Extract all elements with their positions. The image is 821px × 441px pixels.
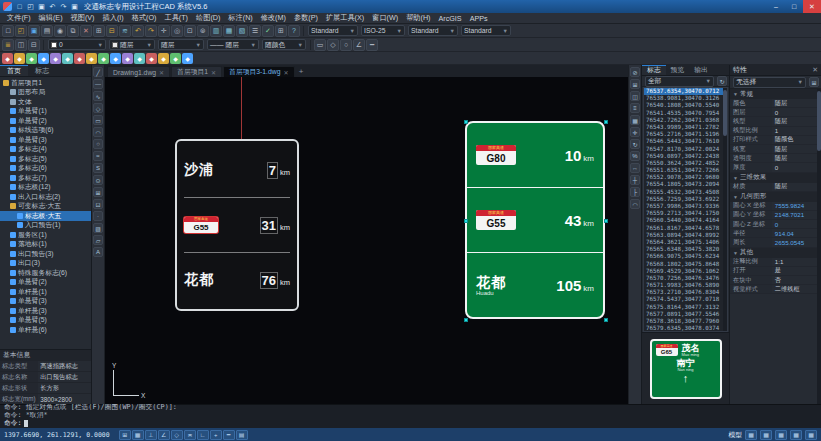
toolbar-layers-icon[interactable]: ≣ xyxy=(2,39,14,51)
draw-mtext-icon[interactable]: A xyxy=(93,247,103,257)
tree-item[interactable]: 单杆悬(3) xyxy=(0,306,91,316)
list-item[interactable]: 76551.6351,30472.7266 xyxy=(644,167,727,174)
status-toggle-grid[interactable]: ▦ xyxy=(132,430,144,440)
close-tab-icon[interactable]: ✕ xyxy=(283,69,288,76)
toolbar-calc-icon[interactable]: ⊞ xyxy=(275,25,287,37)
draw-arc-icon[interactable]: ◠ xyxy=(93,127,103,137)
menu-扩展工具(X)[interactable]: 扩展工具(X) xyxy=(322,13,368,23)
list-item[interactable]: 76570.7256,30476.3476 xyxy=(644,275,727,282)
draw-spline-icon[interactable]: S xyxy=(93,163,103,173)
property-row[interactable]: 线型比例1 xyxy=(730,127,821,136)
tree-item[interactable]: 多标志(6) xyxy=(0,164,91,174)
toolbar-zoom-prev-icon[interactable]: ⊜ xyxy=(197,25,209,37)
app-project-icon[interactable]: ◆ xyxy=(2,53,13,64)
toolbar-undo-icon[interactable]: ↶ xyxy=(132,25,144,37)
properties-scrollbar[interactable] xyxy=(817,89,821,404)
list-item[interactable]: 76541.4535,30470.7954 xyxy=(644,110,727,117)
status-toggle-ortho[interactable]: ⊥ xyxy=(145,430,157,440)
toolbar-palettes-icon[interactable]: ▧ xyxy=(236,25,248,37)
app-image-icon[interactable]: ◆ xyxy=(146,53,157,64)
menu-插入(I)[interactable]: 插入(I) xyxy=(99,13,128,23)
list-item[interactable]: 76579.6345,30478.0374 xyxy=(644,325,727,332)
doc-tab-首层项目3-1.dwg[interactable]: 首层项目3-1.dwg✕ xyxy=(223,66,294,77)
new-icon[interactable]: □ xyxy=(15,2,24,11)
list-item[interactable]: 76574.5437,30477.0718 xyxy=(644,296,727,303)
app-panel-icon[interactable]: ◆ xyxy=(62,53,73,64)
toolbar-redo-icon[interactable]: ↷ xyxy=(145,25,157,37)
property-row[interactable]: 线宽随层 xyxy=(730,145,821,154)
property-row[interactable]: 周长2655.0545 xyxy=(730,238,821,247)
draw-xline-icon[interactable]: ― xyxy=(93,79,103,89)
app-refresh-icon[interactable]: ◆ xyxy=(170,53,181,64)
modify-fillet-icon[interactable]: ◠ xyxy=(630,199,640,209)
section-header-其他[interactable]: ▼其他 xyxy=(730,248,821,258)
modify-stretch-icon[interactable]: ↔ xyxy=(630,163,640,173)
list-item[interactable]: 76557.9986,30473.9336 xyxy=(644,203,727,210)
app-text-style-icon[interactable]: ◆ xyxy=(98,53,109,64)
save-icon[interactable]: ▣ xyxy=(37,2,46,11)
status-toggle-snap[interactable]: ⊞ xyxy=(119,430,131,440)
toolbar-properties-icon[interactable]: ▥ xyxy=(210,25,222,37)
app-sign-layout-icon[interactable]: ◆ xyxy=(38,53,49,64)
toolbar-save-icon[interactable]: ▣ xyxy=(28,25,40,37)
toolbar-cut-icon[interactable]: ✕ xyxy=(80,25,92,37)
toolbar-publish-icon[interactable]: ⧉ xyxy=(67,25,79,37)
menu-帮助(H)[interactable]: 帮助(H) xyxy=(402,13,434,23)
quick-select-icon[interactable]: ⊞ xyxy=(809,77,819,87)
menu-标注(N)[interactable]: 标注(N) xyxy=(224,13,256,23)
tree-item[interactable]: 标线选项(6) xyxy=(0,126,91,136)
property-row[interactable]: 圆心 Z 坐标0 xyxy=(730,220,821,229)
close-tab-icon[interactable]: ✕ xyxy=(211,69,216,76)
toolbar-plot-icon[interactable]: ▤ xyxy=(41,25,53,37)
toolbar-angle-icon[interactable]: ∠ xyxy=(353,39,365,51)
property-row[interactable]: 打印样式随颜色 xyxy=(730,136,821,145)
toolbar-match-icon[interactable]: ≋ xyxy=(119,25,131,37)
tree-item[interactable]: 出入口标志(2) xyxy=(0,192,91,202)
list-item[interactable]: 76564.3621,30475.1406 xyxy=(644,239,727,246)
toolbar-layer-off-icon[interactable]: ⊟ xyxy=(28,39,40,51)
list-item[interactable]: 76577.0891,30477.5546 xyxy=(644,311,727,318)
list-item[interactable]: 76549.0897,30472.2438 xyxy=(644,153,727,160)
app-table-icon[interactable]: ◆ xyxy=(134,53,145,64)
tree-item[interactable]: 单杆悬(6) xyxy=(0,325,91,335)
minimize-button[interactable]: – xyxy=(767,0,785,13)
list-item[interactable]: 76538.9081,30470.3126 xyxy=(644,95,727,102)
tree-item[interactable]: 单悬臂(2) xyxy=(0,278,91,288)
property-row[interactable]: 圆心 X 坐标7555.9824 xyxy=(730,202,821,211)
sign-preview[interactable]: 国家高速 G65 茂名 Mao ming 南宁 Nan ning ↑ xyxy=(650,339,722,399)
modify-rotate-icon[interactable]: ↻ xyxy=(630,139,640,149)
draw-region-icon[interactable]: ▱ xyxy=(93,235,103,245)
status-toggle-osnap[interactable]: ◇ xyxy=(171,430,183,440)
panel-tab-首页[interactable]: 首页 xyxy=(0,65,28,76)
list-scrollbar[interactable] xyxy=(723,88,727,331)
section-header-常规[interactable]: ▼常规 xyxy=(730,89,821,99)
toolbar-circle-icon[interactable]: ○ xyxy=(340,39,352,51)
property-row[interactable]: 视觉样式二维线框 xyxy=(730,285,821,294)
tree-item[interactable]: 出口预告(3) xyxy=(0,249,91,259)
menu-编辑(E)[interactable]: 编辑(E) xyxy=(35,13,67,23)
list-item[interactable]: 76563.0894,30474.8992 xyxy=(644,232,727,239)
tree-item[interactable]: 多标志(4) xyxy=(0,145,91,155)
property-row[interactable]: 打开是 xyxy=(730,267,821,276)
selection-combo[interactable]: 无选择 ▼ xyxy=(733,77,806,88)
status-toggle-ducs[interactable]: ∟ xyxy=(197,430,209,440)
list-item[interactable]: 76573.2710,30476.8304 xyxy=(644,289,727,296)
menu-绘图(D)[interactable]: 绘图(D) xyxy=(192,13,224,23)
property-row[interactable]: 材质随层 xyxy=(730,183,821,192)
menu-参数(P)[interactable]: 参数(P) xyxy=(290,13,322,23)
app-arrow-icon[interactable]: ◆ xyxy=(74,53,85,64)
list-item[interactable]: 76555.4532,30473.4508 xyxy=(644,189,727,196)
list-item[interactable]: 76542.7262,30471.0368 xyxy=(644,117,727,124)
object-tab-输出[interactable]: 输出 xyxy=(689,65,713,75)
command-window[interactable]: 命令: 指定对角点或 [栏选(F)/圈围(WP)/圈交(CP)]:命令: *取消… xyxy=(0,404,821,428)
toolbar-zoom-icon[interactable]: ◎ xyxy=(171,25,183,37)
design-sign[interactable]: 沙浦7km国家高速G5531km花都76km xyxy=(175,139,299,311)
toolbar-new-icon[interactable]: □ xyxy=(2,25,14,37)
new-tab-button[interactable]: + xyxy=(296,66,307,77)
list-item[interactable]: 76540.1808,30470.5540 xyxy=(644,102,727,109)
app-layer-mgr-icon[interactable]: ◆ xyxy=(122,53,133,64)
property-combo-3[interactable]: —— 随层▼ xyxy=(207,39,259,50)
doc-tab-Drawing1.dwg[interactable]: Drawing1.dwg✕ xyxy=(107,66,170,77)
toolbar-help-icon[interactable]: ? xyxy=(288,25,300,37)
draw-insert-block-icon[interactable]: ⊞ xyxy=(93,187,103,197)
